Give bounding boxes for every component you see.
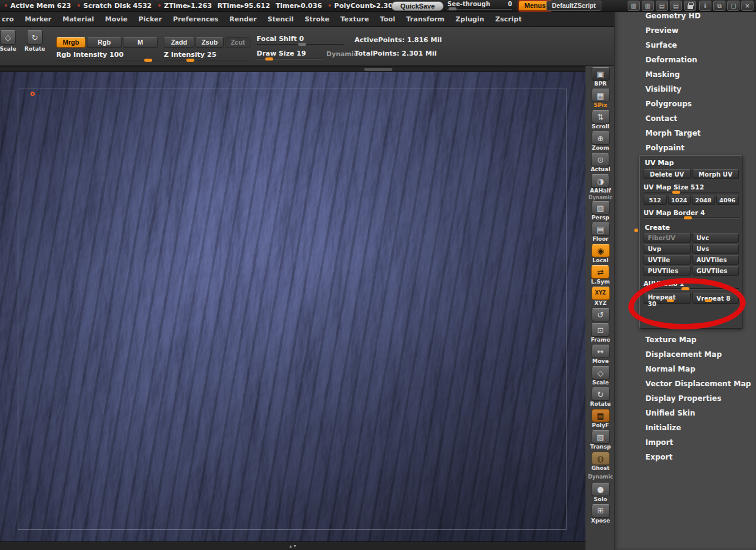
menu-transform[interactable]: Transform [401, 15, 450, 23]
section-display-properties[interactable]: Display Properties [615, 391, 756, 406]
scale-mode-button[interactable]: ◇ Scale [0, 30, 20, 52]
maximize-button[interactable]: ▢ [727, 1, 739, 11]
uv-map-size-handle[interactable] [672, 191, 680, 194]
uv-map-size-slider[interactable]: UV Map Size 512 [644, 183, 739, 193]
section-unified-skin[interactable]: Unified Skin [615, 406, 756, 420]
uv-map-border-slider[interactable]: UV Map Border 4 [644, 209, 739, 219]
section-deformation[interactable]: Deformation [615, 53, 756, 67]
uvc-button[interactable]: Uvc [692, 233, 739, 243]
l-sym-button[interactable]: ⇄L.Sym [591, 265, 610, 285]
mrgb-button[interactable]: Mrgb [56, 37, 86, 48]
floor-button[interactable]: ▤Floor [592, 222, 610, 242]
z-intensity-slider[interactable]: Z Intensity 25 [164, 51, 251, 61]
guvtiles-button[interactable]: GUVTiles [692, 266, 739, 276]
ghost-button[interactable]: ◍Ghost [592, 452, 610, 471]
polyf-button[interactable]: ▦PolyF [592, 409, 610, 428]
menu-stencil[interactable]: Stencil [262, 15, 299, 23]
auvtiles-button[interactable]: AUVTiles [692, 255, 739, 265]
scrollbar-handle[interactable] [364, 68, 392, 71]
uv-size-512-button[interactable]: 512 [644, 196, 667, 205]
menu-zplugin[interactable]: Zplugin [450, 15, 490, 23]
zoom-button[interactable]: ⊕Zoom [592, 131, 610, 151]
puvtiles-button[interactable]: PUVTiles [644, 266, 691, 276]
slider-set-b-icon[interactable]: ▥ [642, 1, 654, 11]
m-button[interactable]: M [123, 37, 158, 48]
section-polypaint[interactable]: Polypaint [615, 141, 756, 155]
fiberuv-button[interactable]: FiberUV [644, 233, 691, 243]
local-button[interactable]: ◉Local [592, 244, 610, 263]
spix-button[interactable]: ▦SPix [592, 89, 610, 108]
focal-shift-handle[interactable] [298, 43, 306, 46]
vrepeat-slider[interactable]: Vrepeat 8 [692, 293, 739, 304]
section-preview[interactable]: Preview [615, 23, 756, 38]
section-surface[interactable]: Surface [615, 38, 756, 53]
menu-material[interactable]: Material [57, 15, 99, 23]
close-button[interactable]: × [741, 1, 754, 11]
menu-render[interactable]: Render [224, 15, 262, 23]
dynamic-draw-size-toggle[interactable]: Dynamic [326, 50, 358, 57]
uv-size-1024-button[interactable]: 1024 [668, 196, 691, 205]
transp-button[interactable]: ▨Transp [590, 430, 611, 450]
section-texture-map[interactable]: Texture Map [615, 332, 756, 347]
lock-icon[interactable] [684, 1, 696, 11]
menu-tool[interactable]: Tool [375, 15, 401, 23]
default-zscript-button[interactable]: DefaultZScript [546, 1, 601, 11]
section-displacement-map[interactable]: Displacement Map [615, 347, 756, 362]
morph-uv-button[interactable]: Morph UV [692, 169, 739, 179]
section-morph-target[interactable]: Morph Target [615, 126, 756, 141]
menu-cro[interactable]: cro [0, 15, 20, 23]
menu-texture[interactable]: Texture [335, 15, 375, 23]
minimize-button[interactable]: ⇓ [699, 1, 711, 11]
document-copy-icon[interactable]: ▤ [670, 1, 682, 11]
menu-movie[interactable]: Movie [100, 15, 133, 23]
xyz-button[interactable]: XYZXYZ [592, 287, 610, 306]
rotate-button[interactable]: ↻Rotate [590, 387, 611, 407]
document-new-icon[interactable]: ▤ [656, 1, 668, 11]
scroll-button[interactable]: ⇅Scroll [592, 110, 610, 130]
slider-set-a-icon[interactable]: ▥ [628, 1, 640, 11]
quicksave-button[interactable]: QuickSave [391, 1, 444, 11]
hrepeat-slider[interactable]: Hrepeat 30 [644, 293, 691, 304]
focal-shift-slider[interactable]: Focal Shift 0 [257, 35, 343, 45]
delete-uv-button[interactable]: Delete UV [644, 169, 691, 179]
uvs-button[interactable]: Uvs [692, 244, 739, 254]
rotate-mode-button[interactable]: ↻ Rotate [23, 30, 46, 52]
auv-ratio-slider[interactable]: AUVRatio 1 [644, 280, 739, 290]
section-initialize[interactable]: Initialize [615, 420, 756, 435]
canvas-bottom-scrollbar[interactable]: ▴ ▾ [0, 541, 585, 550]
draw-size-handle[interactable] [265, 57, 273, 61]
section-normal-map[interactable]: Normal Map [615, 362, 756, 376]
rgb-intensity-slider[interactable]: Rgb Intensity 100 [56, 51, 158, 61]
create-subsection-label[interactable]: Create [645, 224, 739, 232]
sculpt-viewport[interactable] [0, 72, 585, 541]
move-button[interactable]: ↔Move [592, 345, 610, 364]
hrepeat-handle[interactable] [667, 299, 674, 302]
uv-map-title[interactable]: UV Map [645, 159, 739, 167]
xpose-button[interactable]: ⊞Xpose [591, 504, 610, 524]
vrepeat-handle[interactable] [705, 299, 712, 302]
menu-marker[interactable]: Marker [20, 15, 57, 23]
see-through-handle[interactable] [449, 7, 457, 10]
section-vector-displacement-map[interactable]: Vector Displacement Map [615, 376, 756, 391]
z-intensity-handle[interactable] [186, 59, 194, 62]
rgb-intensity-handle[interactable] [144, 59, 152, 62]
uvtile-button[interactable]: UVTile [644, 255, 691, 265]
menu-zscript[interactable]: Zscript [490, 15, 527, 23]
section-contact[interactable]: Contact [615, 111, 756, 126]
frame-button[interactable]: ⊡Frame [591, 323, 611, 343]
section-masking[interactable]: Masking [615, 67, 756, 82]
menu-stroke[interactable]: Stroke [299, 15, 335, 23]
canvas-top-scrollbar[interactable] [0, 66, 585, 72]
uv-size-4096-button[interactable]: 4096 [716, 196, 739, 205]
draw-size-slider[interactable]: Draw Size 19 [257, 50, 323, 60]
menu-preferences[interactable]: Preferences [167, 15, 224, 23]
section-visibility[interactable]: Visibility [615, 82, 756, 97]
scroll-up-icon[interactable]: ▴ [289, 544, 292, 549]
uvp-button[interactable]: Uvp [644, 244, 691, 254]
scale-button[interactable]: ◇Scale [592, 366, 610, 386]
section-export[interactable]: Export [615, 450, 756, 464]
scroll-down-icon[interactable]: ▾ [294, 544, 296, 549]
zsub-button[interactable]: Zsub [196, 37, 224, 48]
persp-button[interactable]: Dynamic▧Persp [589, 196, 612, 221]
section-import[interactable]: Import [615, 435, 756, 450]
